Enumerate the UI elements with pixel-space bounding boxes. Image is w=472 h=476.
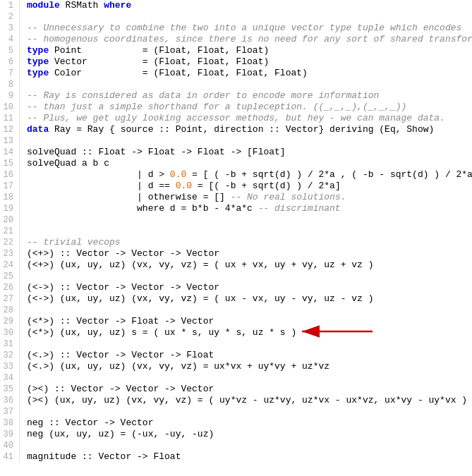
line-number: 28 <box>3 305 13 316</box>
line-number: 19 <box>3 203 13 214</box>
token-comment: -- discriminant <box>258 203 341 214</box>
line-number: 29 <box>3 316 13 327</box>
line-number: 37 <box>3 406 13 417</box>
token-plain: | otherwise = [] <box>27 192 231 202</box>
token-plain: Vector = (Float, Float, Float) <box>54 56 269 67</box>
line-number: 4 <box>3 34 13 45</box>
code-line: solveQuad :: Float -> Float -> Float -> … <box>27 147 472 158</box>
token-comment: -- Unnecessary to combine the two into a… <box>27 23 461 33</box>
token-plain: solveQuad a b c <box>27 158 109 169</box>
line-number: 33 <box>3 361 13 372</box>
token-kw: type <box>27 68 54 78</box>
token-plain: (<*>) (ux, uy, uz) s = ( ux * s, uy * s,… <box>27 327 296 338</box>
line-number: 40 <box>3 440 13 451</box>
code-line: (<->) :: Vector -> Vector -> Vector <box>27 282 472 293</box>
line-number: 5 <box>3 45 13 56</box>
code-line: -- Ray is considered as data in order to… <box>27 90 472 102</box>
token-plain: (<*>) :: Vector -> Float -> Vector <box>27 316 214 327</box>
code-line: (><) (ux, uy, uz) (vx, vy, vz) = ( uy*vz… <box>27 395 472 406</box>
token-kw: where <box>104 0 131 11</box>
line-number: 10 <box>3 102 13 113</box>
token-plain: (><) :: Vector -> Vector -> Vector <box>27 384 214 394</box>
code-line <box>27 271 472 282</box>
line-number: 8 <box>3 79 13 90</box>
code-line: | otherwise = [] -- No real solutions. <box>27 192 472 203</box>
line-number: 31 <box>3 338 13 350</box>
code-line <box>27 338 472 350</box>
line-number: 13 <box>3 135 13 147</box>
code-line: (<+>) (ux, uy, uz) (vx, vy, vz) = ( ux +… <box>27 260 472 271</box>
line-number: 12 <box>3 124 13 135</box>
code-line: neg :: Vector -> Vector <box>27 417 472 429</box>
line-number: 41 <box>3 451 13 463</box>
code-line: -- than just a simple shorthand for a tu… <box>27 102 472 113</box>
token-comment: -- Plus, we get ugly looking accessor me… <box>27 113 445 123</box>
code-line: solveQuad a b c <box>27 158 472 169</box>
code-content: module RSMath where -- Unnecessary to co… <box>20 0 472 463</box>
code-line <box>27 226 472 237</box>
token-num: 0.0 <box>170 169 186 180</box>
line-number: 26 <box>3 282 13 293</box>
token-plain: (<.>) (ux, uy, uz) (vx, vy, vz) = ux*vx … <box>27 361 329 372</box>
line-number: 18 <box>3 192 13 203</box>
code-line: (<*>) (ux, uy, uz) s = ( ux * s, uy * s,… <box>27 327 472 338</box>
token-plain: | d == <box>27 181 176 191</box>
line-number: 32 <box>3 350 13 361</box>
token-comment: -- trivial vecops <box>27 237 121 248</box>
token-plain: neg (ux, uy, uz) = (-ux, -uy, -uz) <box>27 429 214 439</box>
code-line <box>27 135 472 147</box>
code-line: (><) :: Vector -> Vector -> Vector <box>27 384 472 395</box>
token-plain: (<+>) :: Vector -> Vector -> Vector <box>27 248 219 259</box>
line-numbers: 1234567891011121314151617181920212223242… <box>0 0 20 463</box>
token-comment: -- homogenous coordinates, since there i… <box>27 34 472 44</box>
token-plain: (<->) :: Vector -> Vector -> Vector <box>27 282 219 293</box>
code-line: -- trivial vecops <box>27 237 472 248</box>
code-line: type Color = (Float, Float, Float, Float… <box>27 68 472 79</box>
token-kw: module <box>27 0 66 11</box>
code-line: -- Unnecessary to combine the two into a… <box>27 23 472 34</box>
line-number: 27 <box>3 293 13 305</box>
code-line: (<->) (ux, uy, uz) (vx, vy, vz) = ( ux -… <box>27 293 472 305</box>
token-plain: = [( -b + sqrt(d) ) / 2*a] <box>192 181 341 191</box>
token-plain: (><) (ux, uy, uz) (vx, vy, vz) = ( uy*vz… <box>27 395 467 405</box>
code-line: module RSMath where <box>27 0 472 11</box>
code-line: -- Plus, we get ugly looking accessor me… <box>27 113 472 124</box>
line-number: 25 <box>3 271 13 282</box>
token-kw: type <box>27 56 54 67</box>
token-plain: | d > <box>27 169 170 180</box>
line-number: 16 <box>3 169 13 181</box>
token-plain: = [ ( -b + sqrt(d) ) / 2*a , ( -b - sqrt… <box>186 169 472 180</box>
line-number: 6 <box>3 56 13 68</box>
line-number: 7 <box>3 68 13 79</box>
code-line: (<.>) :: Vector -> Vector -> Float <box>27 350 472 361</box>
code-line: (<*>) :: Vector -> Float -> Vector <box>27 316 472 327</box>
line-number: 24 <box>3 260 13 271</box>
line-number: 36 <box>3 395 13 406</box>
code-line <box>27 11 472 23</box>
line-number: 1 <box>3 0 13 11</box>
token-plain: (<->) (ux, uy, uz) (vx, vy, vz) = ( ux -… <box>27 293 373 304</box>
line-number: 20 <box>3 214 13 226</box>
line-number: 2 <box>3 11 13 23</box>
line-number: 38 <box>3 417 13 429</box>
code-line: | d > 0.0 = [ ( -b + sqrt(d) ) / 2*a , (… <box>27 169 472 181</box>
code-line <box>27 406 472 417</box>
token-plain: magnitude :: Vector -> Float <box>27 451 181 462</box>
line-number: 21 <box>3 226 13 237</box>
line-number: 11 <box>3 113 13 124</box>
line-number: 23 <box>3 248 13 260</box>
line-number: 17 <box>3 181 13 192</box>
code-line: where d = b*b - 4*a*c -- discriminant <box>27 203 472 214</box>
token-num: 0.0 <box>176 181 192 191</box>
token-plain: neg :: Vector -> Vector <box>27 417 153 428</box>
code-line: (<.>) (ux, uy, uz) (vx, vy, vz) = ux*vx … <box>27 361 472 372</box>
code-line <box>27 440 472 451</box>
token-plain: where d = b*b - 4*a*c <box>27 203 258 214</box>
token-plain: (<+>) (ux, uy, uz) (vx, vy, vz) = ( ux +… <box>27 260 373 270</box>
token-plain: RSMath <box>66 0 104 11</box>
code-line <box>27 305 472 316</box>
code-line <box>27 214 472 226</box>
line-number: 9 <box>3 90 13 102</box>
code-editor: 1234567891011121314151617181920212223242… <box>0 0 472 463</box>
line-number: 35 <box>3 384 13 395</box>
